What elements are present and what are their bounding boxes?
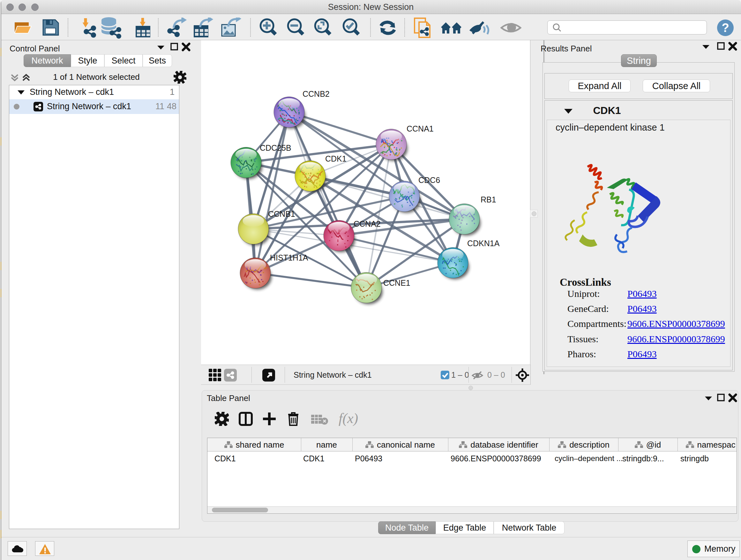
svg-text:CCNB1: CCNB1 xyxy=(268,209,295,219)
svg-text:CCNE1: CCNE1 xyxy=(383,278,410,287)
svg-text:?: ? xyxy=(722,21,729,35)
svg-text:RB1: RB1 xyxy=(481,195,496,204)
svg-text:CDC25B: CDC25B xyxy=(260,143,291,152)
svg-text:HIST1H1A: HIST1H1A xyxy=(270,253,308,262)
svg-text:CCNA1: CCNA1 xyxy=(407,124,434,133)
svg-text:CDKN1A: CDKN1A xyxy=(467,239,500,248)
svg-text:CCNB2: CCNB2 xyxy=(302,89,330,98)
svg-text:CCNA2: CCNA2 xyxy=(354,219,381,228)
svg-text:CDC6: CDC6 xyxy=(418,176,440,185)
svg-text:CDK1: CDK1 xyxy=(325,154,347,163)
